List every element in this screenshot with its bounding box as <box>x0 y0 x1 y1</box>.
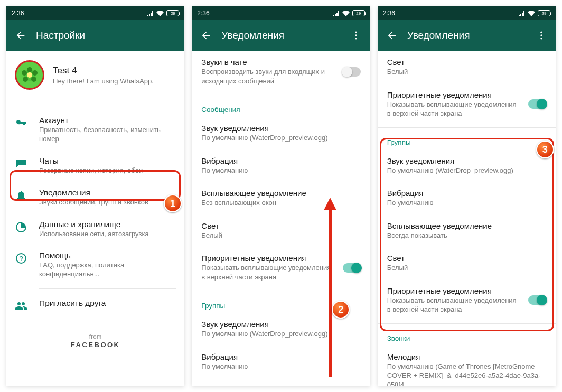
appbar-title: Настройки <box>32 30 181 41</box>
setting-grp-sound[interactable]: Звук уведомления По умолчанию (WaterDrop… <box>378 150 556 182</box>
bell-icon <box>15 189 27 202</box>
setting-grp-popup[interactable]: Всплывающее уведомление Всегда показыват… <box>378 214 556 247</box>
people-icon <box>15 300 27 312</box>
setting-grp-vibrate[interactable]: Вибрация По умолчанию <box>192 346 370 378</box>
back-button[interactable] <box>195 24 217 46</box>
svg-point-10 <box>355 38 357 39</box>
signal-icon <box>519 11 525 16</box>
toggle-msg-priority[interactable] <box>343 263 361 273</box>
status-icons: 29 <box>333 10 365 16</box>
menu-help[interactable]: ? ПомощьFAQ, поддержка, политика конфиде… <box>6 245 184 285</box>
svg-point-13 <box>540 32 542 33</box>
toggle-chat-sounds[interactable] <box>343 67 361 77</box>
from-label: from <box>6 333 184 340</box>
chat-icon <box>15 157 27 170</box>
svg-point-3 <box>23 77 28 82</box>
setting-grp-priority[interactable]: Приоритетные уведомления Показывать вспл… <box>378 279 556 321</box>
profile-status: Hey there! I am using WhatsApp. <box>53 77 176 85</box>
settings-content: Test 4 Hey there! I am using WhatsApp. А… <box>6 51 184 386</box>
svg-point-0 <box>27 67 32 72</box>
section-calls: Звонки <box>378 326 556 346</box>
setting-msg-priority[interactable]: Приоритетные уведомления Показывать вспл… <box>378 83 556 125</box>
setting-grp-vibrate[interactable]: Вибрация По умолчанию <box>378 182 556 214</box>
svg-point-8 <box>355 32 357 33</box>
appbar-title: Уведомления <box>403 30 530 41</box>
svg-point-1 <box>32 70 38 76</box>
signal-icon <box>333 11 340 16</box>
key-icon <box>15 117 27 129</box>
menu-data-storage[interactable]: Данные и хранилищеИспользование сети, ав… <box>6 213 184 245</box>
status-time: 2:36 <box>197 10 209 17</box>
status-time: 2:36 <box>383 10 395 17</box>
avatar <box>15 60 44 90</box>
battery-icon: 29 <box>166 10 179 16</box>
statusbar: 2:36 29 <box>192 6 370 20</box>
data-icon <box>15 221 27 234</box>
help-icon: ? <box>15 252 27 265</box>
battery-icon: 29 <box>538 10 550 16</box>
svg-point-15 <box>540 38 542 39</box>
setting-msg-sound[interactable]: Звук уведомления По умолчанию (WaterDrop… <box>192 117 370 150</box>
appbar: Настройки <box>6 20 184 51</box>
setting-msg-light[interactable]: Свет Белый <box>192 214 370 247</box>
wifi-icon <box>156 11 164 16</box>
signal-icon <box>147 11 154 16</box>
back-button[interactable] <box>381 24 403 46</box>
toggle-msg-priority[interactable] <box>528 99 546 109</box>
menu-chats[interactable]: ЧатыРезервные копии, история, обои <box>6 150 184 182</box>
menu-notifications[interactable]: УведомленияЗвуки сообщений, групп и звон… <box>6 182 184 213</box>
svg-point-2 <box>31 77 36 82</box>
svg-point-14 <box>540 34 542 36</box>
setting-msg-priority[interactable]: Приоритетные уведомления Показывать вспл… <box>192 247 370 288</box>
setting-call-melody[interactable]: Мелодия По умолчанию (Game of Thrones [M… <box>378 346 556 386</box>
section-groups: Группы <box>378 130 556 150</box>
overflow-menu[interactable] <box>530 24 552 46</box>
wifi-icon <box>342 11 350 16</box>
setting-msg-light[interactable]: Свет Белый <box>378 51 556 83</box>
section-messages: Сообщения <box>192 97 370 117</box>
battery-icon: 29 <box>352 10 365 16</box>
svg-point-5 <box>27 72 32 78</box>
statusbar: 2:36 29 <box>6 6 184 20</box>
status-icons: 29 <box>519 10 550 16</box>
setting-msg-popup[interactable]: Всплывающее уведомление Без всплывающих … <box>192 182 370 214</box>
statusbar: 2:36 29 <box>378 6 556 20</box>
toggle-grp-priority[interactable] <box>528 295 546 305</box>
appbar: Уведомления <box>192 20 370 51</box>
status-time: 2:36 <box>12 10 24 17</box>
notifications-content-scrolled[interactable]: Свет Белый Приоритетные уведомления Пока… <box>378 51 556 386</box>
setting-grp-sound[interactable]: Звук уведомления По умолчанию (WaterDrop… <box>192 313 370 346</box>
appbar-title: Уведомления <box>217 30 344 41</box>
phone-screen-3: 2:36 29 Уведомления Свет Белый Приоритет… <box>378 6 556 386</box>
appbar: Уведомления <box>378 20 556 51</box>
menu-invite[interactable]: Пригласить друга <box>6 292 184 319</box>
svg-point-4 <box>22 70 27 76</box>
setting-chat-sounds[interactable]: Звуки в чате Воспроизводить звуки для вх… <box>192 51 370 92</box>
status-icons: 29 <box>147 10 179 16</box>
wifi-icon <box>528 11 535 16</box>
profile-row[interactable]: Test 4 Hey there! I am using WhatsApp. <box>6 51 184 101</box>
phone-screen-2: 2:36 29 Уведомления Звуки в чате Воспрои… <box>192 6 370 386</box>
setting-grp-light[interactable]: Свет Белый <box>378 247 556 279</box>
setting-msg-vibrate[interactable]: Вибрация По умолчанию <box>192 150 370 182</box>
back-button[interactable] <box>10 24 32 46</box>
phone-screen-1: 2:36 29 Настройки Test 4 Hey there! I am… <box>6 6 184 386</box>
overflow-menu[interactable] <box>345 24 367 46</box>
svg-text:?: ? <box>19 255 23 263</box>
facebook-label: FACEBOOK <box>6 341 184 349</box>
profile-name: Test 4 <box>53 66 176 76</box>
notifications-content[interactable]: Звуки в чате Воспроизводить звуки для вх… <box>192 51 370 386</box>
menu-account[interactable]: АккаунтПриватность, безопасность, измени… <box>6 109 184 150</box>
svg-point-9 <box>355 34 357 36</box>
section-groups: Группы <box>192 293 370 313</box>
